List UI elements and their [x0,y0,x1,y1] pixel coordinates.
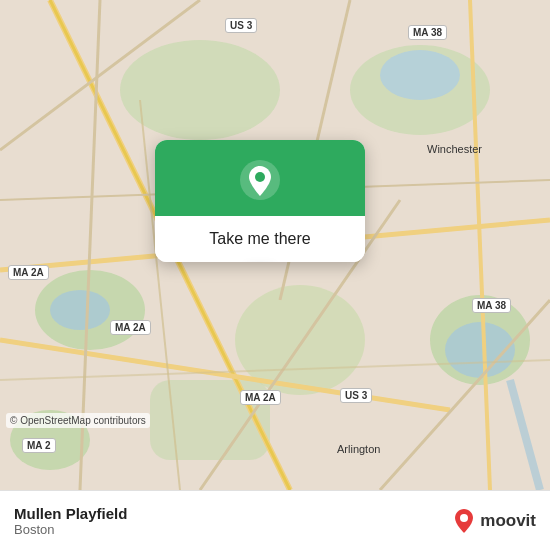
road-label-ma38-top: MA 38 [408,25,447,40]
place-name: Mullen Playfield [14,505,452,522]
map-attribution: © OpenStreetMap contributors [6,413,150,428]
popup-card: Take me there [155,140,365,262]
svg-point-10 [380,50,460,100]
road-label-ma2a-bot: MA 2A [240,390,281,405]
svg-point-1 [120,40,280,140]
place-label-arlington: Arlington [337,443,380,455]
moovit-logo: moovit [452,507,536,535]
take-me-there-button[interactable]: Take me there [155,216,365,262]
bottom-left: Mullen Playfield Boston [14,505,452,537]
road-label-ma2a-mid: MA 2A [110,320,151,335]
svg-point-27 [460,514,468,522]
svg-point-8 [50,290,110,330]
map-container: US 3 MA 38 MA 2A MA 2A MA 2A MA 2 US 3 M… [0,0,550,490]
road-label-ma2a-left: MA 2A [8,265,49,280]
popup-top [155,140,365,216]
road-label-us3-bot: US 3 [340,388,372,403]
road-label-ma2-bot: MA 2 [22,438,56,453]
place-label-winchester: Winchester [427,143,482,155]
road-label-us3-top: US 3 [225,18,257,33]
svg-point-26 [255,172,265,182]
location-pin-icon [238,158,282,202]
place-city: Boston [14,522,452,537]
moovit-text: moovit [480,511,536,531]
moovit-pin-icon [452,507,476,535]
bottom-bar: Mullen Playfield Boston moovit [0,490,550,550]
road-label-ma38-bot: MA 38 [472,298,511,313]
